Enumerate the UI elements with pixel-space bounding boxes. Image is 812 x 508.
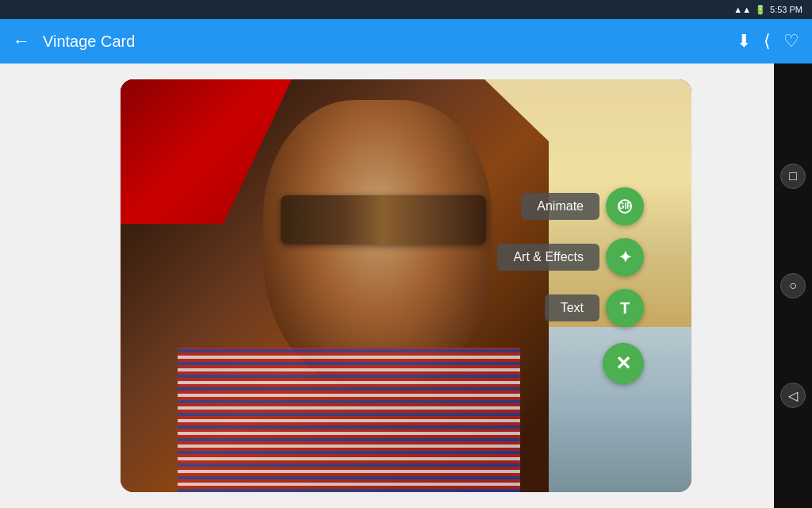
text-icon: T: [620, 299, 630, 318]
sunglasses: [281, 195, 486, 244]
recents-button[interactable]: □: [780, 164, 806, 189]
home-button[interactable]: ○: [780, 273, 806, 298]
page-title: Vintage Card: [43, 33, 724, 51]
main-content: Animate GIF Art & Effects ✦ Text T: [0, 64, 812, 508]
app-header: ← Vintage Card ⬇ ⟨ ♡: [0, 19, 812, 64]
back-button[interactable]: ←: [13, 31, 30, 52]
art-effects-label[interactable]: Art & Effects: [497, 244, 599, 271]
square-icon: □: [789, 169, 797, 183]
status-bar: ▲▲ 🔋 5:53 PM: [0, 0, 812, 19]
back-nav-icon: ◁: [788, 388, 798, 403]
close-menu-row: ✕: [603, 340, 644, 384]
download-button[interactable]: ⬇: [737, 31, 751, 52]
circle-icon: ○: [789, 279, 797, 293]
status-time: 5:53 PM: [770, 5, 802, 14]
photo-card: Animate GIF Art & Effects ✦ Text T: [121, 79, 691, 492]
battery-icon: 🔋: [755, 5, 766, 15]
back-nav-button[interactable]: ◁: [780, 383, 806, 408]
magic-wand-icon: ✦: [619, 248, 632, 267]
back-arrow-icon: ←: [13, 31, 30, 52]
download-icon: ⬇: [737, 31, 751, 52]
animate-gif-button[interactable]: GIF: [606, 187, 644, 225]
gif-circle-icon: GIF: [618, 199, 632, 214]
status-icons: ▲▲ 🔋 5:53 PM: [733, 5, 802, 15]
side-navigation: □ ○ ◁: [774, 64, 812, 508]
wifi-icon: ▲▲: [733, 5, 751, 14]
text-button[interactable]: T: [606, 289, 644, 327]
share-button[interactable]: ⟨: [764, 31, 771, 52]
favorite-icon: ♡: [783, 31, 799, 52]
animate-menu-row: Animate GIF: [521, 187, 644, 225]
face-area: [263, 100, 492, 389]
favorite-button[interactable]: ♡: [783, 31, 799, 52]
share-icon: ⟨: [764, 31, 771, 52]
close-menu-button[interactable]: ✕: [603, 343, 644, 384]
header-actions: ⬇ ⟨ ♡: [737, 31, 799, 52]
gif-text: GIF: [619, 202, 632, 210]
art-effects-button[interactable]: ✦: [606, 238, 644, 276]
text-label[interactable]: Text: [545, 294, 599, 321]
animate-label[interactable]: Animate: [521, 193, 599, 220]
close-icon: ✕: [615, 352, 631, 375]
text-menu-row: Text T: [545, 289, 644, 327]
floating-menu: Animate GIF Art & Effects ✦ Text T: [497, 187, 644, 384]
shirt-body: [178, 348, 520, 492]
art-effects-menu-row: Art & Effects ✦: [497, 238, 644, 276]
